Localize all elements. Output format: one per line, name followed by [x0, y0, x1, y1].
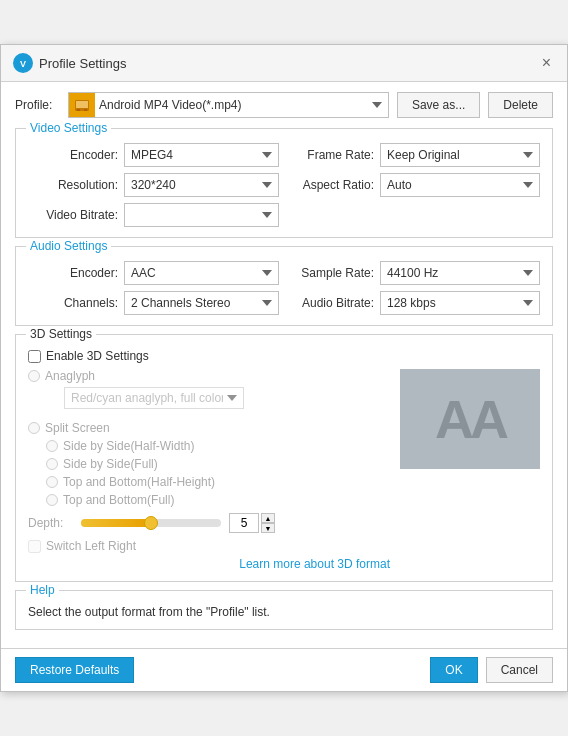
footer: Restore Defaults OK Cancel — [1, 648, 567, 691]
audio-settings-grid: Encoder: AAC Channels: 2 Channels Stereo — [28, 261, 540, 315]
enable-3d-checkbox[interactable] — [28, 350, 41, 363]
resolution-label: Resolution: — [28, 178, 118, 192]
svg-rect-4 — [77, 109, 80, 111]
video-settings-grid: Encoder: MPEG4 Resolution: 320*240 Video… — [28, 143, 540, 227]
split-screen-radio-row: Split Screen — [28, 421, 390, 435]
frame-rate-label: Frame Rate: — [289, 148, 374, 162]
resolution-row: Resolution: 320*240 — [28, 173, 279, 197]
help-text: Select the output format from the "Profi… — [28, 605, 540, 619]
anaglyph-select: Red/cyan anaglyph, full color — [64, 387, 244, 409]
window-title: Profile Settings — [39, 56, 126, 71]
audio-encoder-label: Encoder: — [28, 266, 118, 280]
anaglyph-radio-row: Anaglyph — [28, 369, 390, 383]
top-full-label: Top and Bottom(Full) — [63, 493, 174, 507]
title-bar-left: V Profile Settings — [13, 53, 126, 73]
preview-text: AA — [435, 388, 505, 450]
depth-value: ▲ ▼ — [229, 513, 275, 533]
help-section: Help Select the output format from the "… — [15, 590, 553, 630]
audio-bitrate-select[interactable]: 128 kbps — [380, 291, 540, 315]
sample-rate-label: Sample Rate: — [289, 266, 374, 280]
content-area: Profile: Android MP4 Video(*.mp4) Save a… — [1, 82, 567, 648]
cancel-button[interactable]: Cancel — [486, 657, 553, 683]
3d-left-panel: Anaglyph Red/cyan anaglyph, full color S… — [28, 369, 390, 571]
channels-select[interactable]: 2 Channels Stereo — [124, 291, 279, 315]
depth-row: Depth: ▲ ▼ — [28, 513, 390, 533]
video-bitrate-select[interactable] — [124, 203, 279, 227]
depth-track[interactable] — [81, 519, 221, 527]
save-as-button[interactable]: Save as... — [397, 92, 480, 118]
side-full-label: Side by Side(Full) — [63, 457, 158, 471]
channels-label: Channels: — [28, 296, 118, 310]
title-bar: V Profile Settings × — [1, 45, 567, 82]
top-half-row: Top and Bottom(Half-Height) — [46, 475, 390, 489]
audio-encoder-row: Encoder: AAC — [28, 261, 279, 285]
frame-rate-row: Frame Rate: Keep Original — [289, 143, 540, 167]
aspect-ratio-select[interactable]: Auto — [380, 173, 540, 197]
encoder-select[interactable]: MPEG4 — [124, 143, 279, 167]
3d-settings-section: 3D Settings Enable 3D Settings Anaglyph … — [15, 334, 553, 582]
learn-more-link[interactable]: Learn more about 3D format — [239, 557, 390, 571]
profile-dropdown[interactable]: Android MP4 Video(*.mp4) — [95, 93, 388, 117]
side-half-radio — [46, 440, 58, 452]
side-half-label: Side by Side(Half-Width) — [63, 439, 194, 453]
top-half-radio — [46, 476, 58, 488]
aspect-ratio-label: Aspect Ratio: — [289, 178, 374, 192]
switch-checkbox — [28, 540, 41, 553]
enable-3d-label[interactable]: Enable 3D Settings — [46, 349, 149, 363]
enable-3d-row: Enable 3D Settings — [28, 349, 540, 363]
audio-settings-section: Audio Settings Encoder: AAC Channels: 2 … — [15, 246, 553, 326]
side-full-row: Side by Side(Full) — [46, 457, 390, 471]
encoder-row: Encoder: MPEG4 — [28, 143, 279, 167]
sample-rate-select[interactable]: 44100 Hz — [380, 261, 540, 285]
ok-button[interactable]: OK — [430, 657, 477, 683]
profile-icon — [69, 93, 95, 117]
depth-input[interactable] — [229, 513, 259, 533]
channels-row: Channels: 2 Channels Stereo — [28, 291, 279, 315]
depth-label: Depth: — [28, 516, 73, 530]
delete-button[interactable]: Delete — [488, 92, 553, 118]
help-title: Help — [26, 583, 59, 597]
anaglyph-label: Anaglyph — [45, 369, 95, 383]
3d-settings-title: 3D Settings — [26, 327, 96, 341]
svg-rect-5 — [84, 109, 87, 111]
switch-label: Switch Left Right — [46, 539, 136, 553]
depth-spin-down[interactable]: ▼ — [261, 523, 275, 533]
top-full-row: Top and Bottom(Full) — [46, 493, 390, 507]
split-screen-radio — [28, 422, 40, 434]
3d-preview-box: AA — [400, 369, 540, 469]
switch-row: Switch Left Right — [28, 539, 390, 553]
3d-body: Anaglyph Red/cyan anaglyph, full color S… — [28, 369, 540, 571]
audio-left-col: Encoder: AAC Channels: 2 Channels Stereo — [28, 261, 279, 315]
learn-more-row: Learn more about 3D format — [28, 557, 390, 571]
top-full-radio — [46, 494, 58, 506]
split-screen-label: Split Screen — [45, 421, 110, 435]
profile-label: Profile: — [15, 98, 60, 112]
resolution-select[interactable]: 320*240 — [124, 173, 279, 197]
restore-defaults-button[interactable]: Restore Defaults — [15, 657, 134, 683]
svg-text:V: V — [20, 59, 26, 69]
depth-fill — [81, 519, 151, 527]
video-right-col: Frame Rate: Keep Original Aspect Ratio: … — [289, 143, 540, 227]
app-icon: V — [13, 53, 33, 73]
video-settings-title: Video Settings — [26, 121, 111, 135]
video-settings-section: Video Settings Encoder: MPEG4 Resolution… — [15, 128, 553, 238]
depth-spin-up[interactable]: ▲ — [261, 513, 275, 523]
depth-thumb — [144, 516, 158, 530]
profile-row: Profile: Android MP4 Video(*.mp4) Save a… — [15, 92, 553, 118]
audio-bitrate-label: Audio Bitrate: — [289, 296, 374, 310]
sample-rate-row: Sample Rate: 44100 Hz — [289, 261, 540, 285]
depth-spinners: ▲ ▼ — [261, 513, 275, 533]
aspect-ratio-row: Aspect Ratio: Auto — [289, 173, 540, 197]
audio-settings-title: Audio Settings — [26, 239, 111, 253]
close-button[interactable]: × — [538, 54, 555, 72]
video-left-col: Encoder: MPEG4 Resolution: 320*240 Video… — [28, 143, 279, 227]
frame-rate-select[interactable]: Keep Original — [380, 143, 540, 167]
audio-encoder-select[interactable]: AAC — [124, 261, 279, 285]
video-bitrate-label: Video Bitrate: — [28, 208, 118, 222]
audio-bitrate-row: Audio Bitrate: 128 kbps — [289, 291, 540, 315]
svg-rect-3 — [76, 101, 88, 108]
top-half-label: Top and Bottom(Half-Height) — [63, 475, 215, 489]
profile-settings-window: V Profile Settings × Profile: — [0, 44, 568, 692]
side-half-row: Side by Side(Half-Width) — [46, 439, 390, 453]
split-options: Side by Side(Half-Width) Side by Side(Fu… — [46, 439, 390, 507]
